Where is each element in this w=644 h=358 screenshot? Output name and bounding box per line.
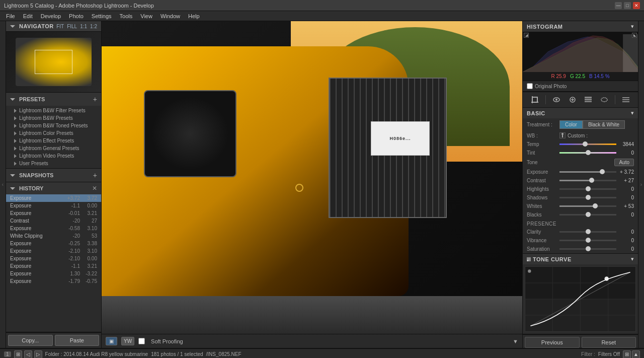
title-bar: Lightroom 5 Catalog - Adobe Photoshop Li… [0,0,644,11]
preset-expand-icon [14,116,17,120]
history-item-2[interactable]: Exposure -0.01 3.21 [6,209,101,217]
zoom-1to1[interactable]: 1:1 [80,24,87,29]
history-item-3[interactable]: Contrast -20 27 [6,217,101,225]
snapshots-add-button[interactable]: + [93,171,97,179]
snapshots-header[interactable]: Snapshots + [6,169,101,182]
clarity-thumb[interactable] [586,229,591,234]
maximize-button[interactable]: □ [624,2,631,9]
history-item-1[interactable]: Exposure -1.1 0.00 [6,202,101,209]
menu-tools[interactable]: Tools [116,11,137,21]
preset-item-effect[interactable]: Lightroom Effect Presets [6,137,101,145]
copy-button[interactable]: Copy... [8,335,53,346]
preset-item-bw-filter[interactable]: Lightroom B&W Filter Presets [6,107,101,114]
left-panel-toggle[interactable]: ‹ [0,21,6,348]
original-photo-checkbox[interactable] [527,83,533,89]
basic-header[interactable]: Basic ▾ [523,108,638,118]
preset-item-bw-toned[interactable]: Lightroom B&W Toned Presets [6,122,101,129]
zoom-fill[interactable]: FILL [67,24,77,29]
spot-heal-tool[interactable] [567,94,578,105]
whites-slider[interactable] [559,205,616,207]
tint-slider[interactable] [559,152,616,154]
temp-thumb[interactable] [583,141,588,147]
highlights-slider[interactable] [559,188,616,190]
whites-thumb[interactable] [593,203,598,208]
redeye-tool[interactable] [551,94,562,105]
zoom-fit[interactable]: FIT [56,24,64,29]
blacks-slider[interactable] [559,214,616,216]
presets-header[interactable]: Presets + [6,93,101,106]
close-button[interactable]: ✕ [633,2,640,9]
crop-tool[interactable] [529,94,540,105]
slider-tool[interactable] [620,94,631,105]
bw-treatment-button[interactable]: Black & White [583,120,625,129]
highlights-thumb[interactable] [586,186,591,191]
preset-item-color[interactable]: Lightroom Color Presets [6,129,101,137]
history-item-10[interactable]: Exposure 1.30 -3.22 [6,270,101,277]
previous-button[interactable]: Previous [525,337,580,348]
vibrance-slider[interactable] [559,240,616,241]
color-treatment-button[interactable]: Color [559,120,583,129]
history-item-9[interactable]: Exposure -1.1 3.21 [6,262,101,270]
soft-proof-arrow[interactable]: ▼ [513,338,518,344]
exposure-thumb[interactable] [600,169,605,174]
history-item-7[interactable]: Exposure -2.10 3.10 [6,247,101,255]
menu-settings[interactable]: Settings [88,11,116,21]
wb-eyedropper[interactable] [559,132,566,138]
history-val1: -2.10 [65,248,80,254]
preset-item-general[interactable]: Lightroom General Presets [6,145,101,152]
temp-slider[interactable] [559,144,616,145]
yw-button[interactable]: YW [121,337,134,345]
histogram-header[interactable]: Histogram ▾ [523,21,638,32]
tone-curve-header[interactable]: • Tone Curve ▾ [523,254,638,264]
history-item-11[interactable]: Exposure -1.79 -0.75 [6,277,101,285]
tint-thumb[interactable] [586,150,591,155]
history-item-5[interactable]: White Clipping -20 53 [6,232,101,240]
filmstrip-next-button[interactable]: ▷ [34,350,42,359]
preset-item-video[interactable]: Lightroom Video Presets [6,152,101,160]
filmstrip-sort-button[interactable]: ⊞ [623,350,631,359]
history-item-4[interactable]: Exposure -0.58 3.10 [6,225,101,232]
menu-edit[interactable]: Edit [19,11,37,21]
saturation-slider[interactable] [559,248,616,250]
presets-add-button[interactable]: + [93,95,97,103]
exposure-slider[interactable] [559,171,616,173]
vibrance-thumb[interactable] [586,238,591,243]
soft-proof-checkbox[interactable] [138,338,145,344]
radial-filter-tool[interactable] [599,94,610,105]
saturation-thumb[interactable] [586,246,591,251]
navigator-header[interactable]: Navigator FIT FILL 1:1 1:2 [6,21,101,32]
contrast-thumb[interactable] [589,178,594,183]
graduated-filter-tool[interactable] [583,94,594,105]
clipping-shadows-indicator[interactable]: ◢ [524,33,529,38]
adjustment-target[interactable] [295,184,303,192]
contrast-slider[interactable] [559,180,616,181]
view-loupe-button[interactable]: ▣ [106,337,117,345]
paste-button[interactable]: Paste [55,335,100,346]
right-panel-toggle[interactable]: › [638,21,644,348]
menu-window[interactable]: Window [156,11,184,21]
reset-button[interactable]: Reset [582,337,636,348]
history-item-6[interactable]: Exposure -0.25 3.38 [6,240,101,247]
preset-item-bw[interactable]: Lightroom B&W Presets [6,114,101,122]
menu-view[interactable]: View [136,11,156,21]
history-close-button[interactable]: ✕ [92,185,97,192]
shadows-slider[interactable] [559,197,616,198]
zoom-1to2[interactable]: 1:2 [90,24,97,29]
filmstrip-expand-button[interactable]: ▲ [632,350,640,359]
menu-help[interactable]: Help [184,11,204,21]
menu-file[interactable]: File [2,11,19,21]
shadows-thumb[interactable] [586,195,591,200]
auto-tone-button[interactable]: Auto [614,159,634,166]
clipping-highlights-indicator[interactable]: ◣ [632,33,637,38]
clarity-slider[interactable] [559,231,616,233]
history-item-0[interactable]: Exposure +3.72 3.72 [6,194,101,202]
history-item-8[interactable]: Exposure -2.10 0.00 [6,255,101,262]
grid-view-button[interactable]: ⊞ [14,350,22,359]
blacks-thumb[interactable] [586,212,591,217]
preset-item-user[interactable]: User Presets [6,160,101,167]
minimize-button[interactable]: — [615,2,622,9]
filmstrip-prev-button[interactable]: ◁ [24,350,32,359]
menu-develop[interactable]: Develop [37,11,65,21]
menu-photo[interactable]: Photo [65,11,88,21]
history-header[interactable]: History ✕ [6,182,101,194]
